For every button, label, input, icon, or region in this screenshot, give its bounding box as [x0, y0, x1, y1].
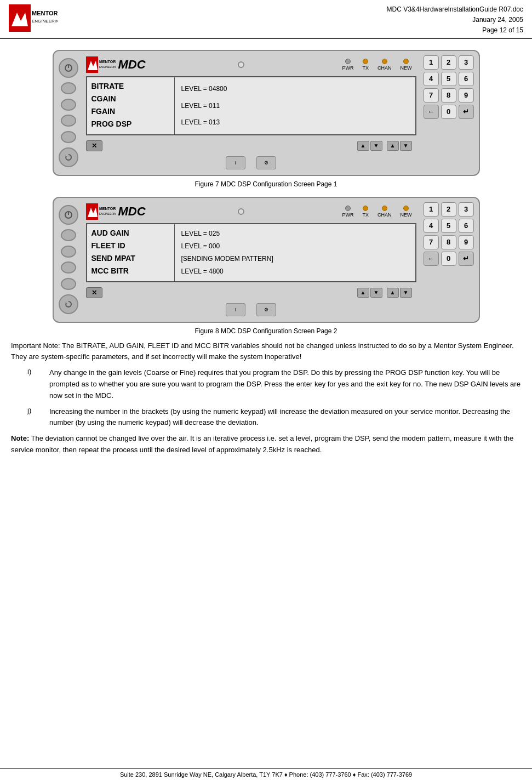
- keypad-row-1-4: ← 0 ↵: [423, 105, 474, 119]
- key2-4[interactable]: 4: [424, 219, 439, 233]
- keypad-row-1-1: 1 2 3: [423, 55, 474, 70]
- oval-btn-2b[interactable]: [61, 246, 76, 258]
- pwr-indicator-2: PWR: [342, 206, 353, 218]
- menu-list-2: AUD GAIN FLEET ID SEND MPAT MCC BITR: [87, 224, 175, 281]
- down-coarse-1[interactable]: ▼: [400, 141, 412, 151]
- important-note-section: Important Note: The BITRATE, AUD GAIN, F…: [11, 340, 521, 363]
- key-1[interactable]: 1: [424, 55, 439, 70]
- menu-item-2-0: AUD GAIN: [91, 228, 170, 239]
- menu-item-1-0: BITRATE: [91, 81, 170, 92]
- doc-date: January 24, 2005: [387, 15, 523, 25]
- page-footer: Suite 230, 2891 Sunridge Way NE, Calgary…: [0, 768, 532, 780]
- key2-6[interactable]: 6: [459, 219, 474, 233]
- device-screen-1: BITRATE CGAIN FGAIN PROG DSP LEVEL = 048…: [86, 76, 416, 135]
- svg-text:MENTOR: MENTOR: [99, 207, 116, 210]
- exit-button-1[interactable]: ✕: [86, 140, 102, 151]
- up-fine-2[interactable]: ▲: [357, 288, 369, 298]
- up-fine-1[interactable]: ▲: [357, 141, 369, 151]
- oval-btn-1d[interactable]: [61, 131, 76, 143]
- up-coarse-1[interactable]: ▲: [387, 141, 399, 151]
- key2-5[interactable]: 5: [441, 219, 456, 233]
- exit-button-2[interactable]: ✕: [86, 287, 102, 298]
- keypad-row-1-2: 4 5 6: [423, 72, 474, 86]
- screen-area-2: MENTOR ENGINEERING MDC PWR TX: [84, 198, 419, 322]
- svg-text:ENGINEERING: ENGINEERING: [99, 65, 116, 69]
- new-dot-2: [403, 206, 409, 211]
- new-dot-1: [403, 59, 409, 64]
- key2-7[interactable]: 7: [424, 235, 439, 249]
- down-coarse-2[interactable]: ▼: [400, 288, 412, 298]
- func-btn-1-gear[interactable]: ⚙: [256, 156, 276, 169]
- note-label: Note:: [11, 434, 29, 442]
- key-6[interactable]: 6: [459, 72, 474, 86]
- new-indicator-2: NEW: [400, 206, 411, 218]
- down-fine-2[interactable]: ▼: [370, 288, 382, 298]
- indicators-1: PWR TX CHAN NEW: [342, 59, 411, 71]
- up-coarse-2[interactable]: ▲: [387, 288, 399, 298]
- key-0[interactable]: 0: [441, 105, 456, 119]
- pwr-dot-1: [345, 59, 351, 64]
- left-buttons-1: [54, 51, 84, 175]
- key-enter[interactable]: ↵: [459, 105, 474, 119]
- tx-indicator-2: TX: [362, 206, 369, 218]
- note-text: The deviation cannot be changed live ove…: [11, 434, 513, 454]
- key2-3[interactable]: 3: [459, 202, 474, 217]
- menu-item-1-1: CGAIN: [91, 94, 170, 105]
- key2-0[interactable]: 0: [441, 252, 456, 266]
- important-note-text: Important Note: The BITRATE, AUD GAIN, F…: [11, 341, 514, 361]
- power-button-1[interactable]: [59, 58, 78, 78]
- value-2-2: [SENDING MODEM PATTERN]: [181, 255, 409, 263]
- key-3[interactable]: 3: [459, 55, 474, 70]
- key-5[interactable]: 5: [441, 72, 456, 86]
- page-number: Page 12 of 15: [387, 25, 523, 36]
- new-indicator-1: NEW: [400, 59, 411, 71]
- func-btn-1-i[interactable]: I: [226, 156, 245, 169]
- key-back[interactable]: ←: [424, 105, 439, 119]
- down-fine-1[interactable]: ▼: [370, 141, 382, 151]
- chan-indicator-1: CHAN: [377, 59, 392, 71]
- refresh-button-2[interactable]: [59, 294, 78, 314]
- oval-btn-1c[interactable]: [61, 115, 76, 127]
- key2-2[interactable]: 2: [441, 202, 456, 217]
- key-2[interactable]: 2: [441, 55, 456, 70]
- value-2-3: LEVEL = 4800: [181, 267, 409, 275]
- key2-1[interactable]: 1: [424, 202, 439, 217]
- mdc-label-1: MDC: [118, 58, 146, 72]
- keypad-row-1-3: 7 8 9: [423, 88, 474, 103]
- chan-label-1: CHAN: [377, 65, 392, 71]
- oval-btn-1b[interactable]: [61, 99, 76, 111]
- key2-back[interactable]: ←: [424, 252, 439, 266]
- values-area-1: LEVEL = 04800 LEVEL = 011 LEVEL = 013: [175, 77, 415, 134]
- list-section: i) Any change in the gain levels (Coarse…: [27, 367, 521, 429]
- key2-8[interactable]: 8: [441, 235, 456, 249]
- mdc-device-1: MENTOR ENGINEERING MDC PWR: [53, 50, 480, 176]
- figure2-caption: Figure 8 MDC DSP Configuration Screen Pa…: [195, 327, 337, 335]
- value-2-1: LEVEL = 000: [181, 242, 409, 250]
- pwr-label-1: PWR: [342, 65, 353, 71]
- footer-text: Suite 230, 2891 Sunridge Way NE, Calgary…: [120, 771, 412, 778]
- oval-btn-2c[interactable]: [61, 261, 76, 274]
- device-top-bar-1: MENTOR ENGINEERING MDC PWR: [86, 54, 416, 76]
- device-logo-1: MENTOR ENGINEERING MDC: [86, 56, 146, 73]
- figure2-container: MENTOR ENGINEERING MDC PWR TX: [11, 197, 521, 335]
- top-circle-1: [238, 61, 244, 68]
- key-8[interactable]: 8: [441, 88, 456, 103]
- figure1-caption: Figure 7 MDC DSP Configuration Screen Pa…: [195, 180, 337, 188]
- device-bottom-2: ✕ ▲ ▼ ▲ ▼: [86, 282, 416, 302]
- func-btn-2-gear[interactable]: ⚙: [256, 303, 276, 316]
- key-7[interactable]: 7: [424, 88, 439, 103]
- nav-group-2: ▲ ▼ ▲ ▼: [357, 288, 412, 298]
- key-9[interactable]: 9: [459, 88, 474, 103]
- power-button-2[interactable]: [59, 205, 78, 225]
- refresh-button-1[interactable]: [59, 147, 78, 167]
- left-buttons-2: [54, 198, 84, 322]
- key2-enter[interactable]: ↵: [459, 252, 474, 266]
- figure1-container: MENTOR ENGINEERING MDC PWR: [11, 50, 521, 188]
- keypad-row-2-1: 1 2 3: [423, 202, 474, 217]
- oval-btn-2a[interactable]: [61, 229, 76, 241]
- func-btn-2-i[interactable]: I: [226, 303, 245, 316]
- oval-btn-1a[interactable]: [61, 82, 76, 94]
- oval-btn-2d[interactable]: [61, 278, 76, 290]
- key-4[interactable]: 4: [424, 72, 439, 86]
- key2-9[interactable]: 9: [459, 235, 474, 249]
